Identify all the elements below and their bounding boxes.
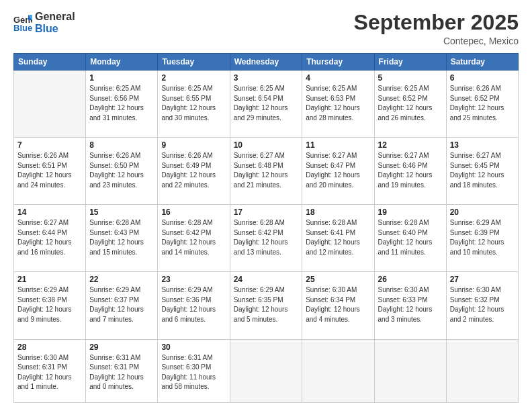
location-subtitle: Contepec, Mexico [354,36,519,46]
day-info: Sunrise: 6:25 AM Sunset: 6:53 PM Dayligh… [306,84,370,123]
day-info: Sunrise: 6:25 AM Sunset: 6:52 PM Dayligh… [378,84,443,123]
calendar-cell [374,339,446,402]
calendar-cell: 20Sunrise: 6:29 AM Sunset: 6:39 PM Dayli… [446,205,518,272]
week-row-1: 1Sunrise: 6:25 AM Sunset: 6:56 PM Daylig… [14,71,519,138]
day-number: 9 [161,140,226,150]
calendar-cell: 3Sunrise: 6:25 AM Sunset: 6:54 PM Daylig… [230,71,302,138]
day-number: 1 [89,73,154,83]
calendar-cell: 5Sunrise: 6:25 AM Sunset: 6:52 PM Daylig… [374,71,446,138]
day-number: 11 [306,140,370,150]
weekday-header-thursday: Thursday [302,54,374,71]
day-number: 19 [378,208,443,217]
day-number: 23 [161,275,226,284]
day-number: 8 [89,140,154,150]
day-number: 12 [378,140,443,150]
day-info: Sunrise: 6:30 AM Sunset: 6:31 PM Dayligh… [17,353,82,392]
weekday-header-row: SundayMondayTuesdayWednesdayThursdayFrid… [14,54,519,71]
logo-general-text: General [35,11,75,23]
weekday-header-friday: Friday [374,54,446,71]
day-info: Sunrise: 6:25 AM Sunset: 6:55 PM Dayligh… [161,84,226,123]
week-row-5: 28Sunrise: 6:30 AM Sunset: 6:31 PM Dayli… [14,339,519,402]
calendar-cell: 21Sunrise: 6:29 AM Sunset: 6:38 PM Dayli… [14,272,86,339]
calendar-cell: 18Sunrise: 6:28 AM Sunset: 6:41 PM Dayli… [302,205,374,272]
day-number: 14 [17,208,82,217]
calendar-cell [230,339,302,402]
calendar-cell: 22Sunrise: 6:29 AM Sunset: 6:37 PM Dayli… [86,272,158,339]
day-info: Sunrise: 6:29 AM Sunset: 6:37 PM Dayligh… [89,285,154,324]
logo-icon: General Blue [13,13,32,32]
day-info: Sunrise: 6:28 AM Sunset: 6:42 PM Dayligh… [161,218,226,257]
calendar-cell [302,339,374,402]
day-info: Sunrise: 6:30 AM Sunset: 6:32 PM Dayligh… [450,285,515,324]
day-number: 28 [17,342,82,352]
day-number: 2 [161,73,226,83]
calendar-cell [14,71,86,138]
weekday-header-saturday: Saturday [446,54,518,71]
day-info: Sunrise: 6:27 AM Sunset: 6:48 PM Dayligh… [234,151,299,190]
logo: General Blue General Blue [13,11,75,34]
day-number: 21 [17,275,82,284]
calendar-cell: 2Sunrise: 6:25 AM Sunset: 6:55 PM Daylig… [158,71,230,138]
calendar-cell: 29Sunrise: 6:31 AM Sunset: 6:31 PM Dayli… [86,339,158,402]
calendar-cell: 13Sunrise: 6:27 AM Sunset: 6:45 PM Dayli… [446,138,518,205]
day-info: Sunrise: 6:27 AM Sunset: 6:46 PM Dayligh… [378,151,443,190]
calendar-cell: 28Sunrise: 6:30 AM Sunset: 6:31 PM Dayli… [14,339,86,402]
day-number: 13 [450,140,515,150]
calendar-cell: 10Sunrise: 6:27 AM Sunset: 6:48 PM Dayli… [230,138,302,205]
title-block: September 2025 Contepec, Mexico [354,11,519,46]
calendar-cell: 19Sunrise: 6:28 AM Sunset: 6:40 PM Dayli… [374,205,446,272]
day-info: Sunrise: 6:29 AM Sunset: 6:35 PM Dayligh… [234,285,299,324]
calendar-cell: 24Sunrise: 6:29 AM Sunset: 6:35 PM Dayli… [230,272,302,339]
calendar-cell: 26Sunrise: 6:30 AM Sunset: 6:33 PM Dayli… [374,272,446,339]
day-info: Sunrise: 6:28 AM Sunset: 6:41 PM Dayligh… [306,218,370,257]
day-number: 6 [450,73,515,83]
day-info: Sunrise: 6:31 AM Sunset: 6:30 PM Dayligh… [161,353,226,392]
day-number: 27 [450,275,515,284]
day-info: Sunrise: 6:28 AM Sunset: 6:43 PM Dayligh… [89,218,154,257]
day-info: Sunrise: 6:30 AM Sunset: 6:34 PM Dayligh… [306,285,370,324]
calendar-cell: 1Sunrise: 6:25 AM Sunset: 6:56 PM Daylig… [86,71,158,138]
day-info: Sunrise: 6:26 AM Sunset: 6:50 PM Dayligh… [89,151,154,190]
day-info: Sunrise: 6:25 AM Sunset: 6:56 PM Dayligh… [89,84,154,123]
calendar-cell: 17Sunrise: 6:28 AM Sunset: 6:42 PM Dayli… [230,205,302,272]
day-info: Sunrise: 6:27 AM Sunset: 6:45 PM Dayligh… [450,151,515,190]
calendar-cell: 30Sunrise: 6:31 AM Sunset: 6:30 PM Dayli… [158,339,230,402]
week-row-3: 14Sunrise: 6:27 AM Sunset: 6:44 PM Dayli… [14,205,519,272]
page: General Blue General Blue September 2025… [0,0,532,411]
calendar-cell: 9Sunrise: 6:26 AM Sunset: 6:49 PM Daylig… [158,138,230,205]
calendar-cell: 12Sunrise: 6:27 AM Sunset: 6:46 PM Dayli… [374,138,446,205]
day-number: 4 [306,73,370,83]
calendar-cell: 6Sunrise: 6:26 AM Sunset: 6:52 PM Daylig… [446,71,518,138]
calendar-cell: 15Sunrise: 6:28 AM Sunset: 6:43 PM Dayli… [86,205,158,272]
weekday-header-tuesday: Tuesday [158,54,230,71]
calendar-cell: 4Sunrise: 6:25 AM Sunset: 6:53 PM Daylig… [302,71,374,138]
calendar-cell: 7Sunrise: 6:26 AM Sunset: 6:51 PM Daylig… [14,138,86,205]
day-number: 16 [161,208,226,217]
day-number: 22 [89,275,154,284]
calendar-cell [446,339,518,402]
day-info: Sunrise: 6:30 AM Sunset: 6:33 PM Dayligh… [378,285,443,324]
day-number: 30 [161,342,226,352]
day-info: Sunrise: 6:26 AM Sunset: 6:49 PM Dayligh… [161,151,226,190]
calendar-cell: 16Sunrise: 6:28 AM Sunset: 6:42 PM Dayli… [158,205,230,272]
calendar-table: SundayMondayTuesdayWednesdayThursdayFrid… [13,53,519,403]
calendar-cell: 23Sunrise: 6:29 AM Sunset: 6:36 PM Dayli… [158,272,230,339]
weekday-header-wednesday: Wednesday [230,54,302,71]
day-number: 15 [89,208,154,217]
weekday-header-sunday: Sunday [14,54,86,71]
day-number: 26 [378,275,443,284]
header: General Blue General Blue September 2025… [13,11,519,46]
weekday-header-monday: Monday [86,54,158,71]
month-title: September 2025 [354,11,519,34]
day-info: Sunrise: 6:28 AM Sunset: 6:42 PM Dayligh… [234,218,299,257]
day-info: Sunrise: 6:26 AM Sunset: 6:51 PM Dayligh… [17,151,82,190]
day-info: Sunrise: 6:29 AM Sunset: 6:38 PM Dayligh… [17,285,82,324]
svg-text:Blue: Blue [13,23,32,32]
day-number: 10 [234,140,299,150]
day-number: 29 [89,342,154,352]
calendar-cell: 27Sunrise: 6:30 AM Sunset: 6:32 PM Dayli… [446,272,518,339]
calendar-cell: 8Sunrise: 6:26 AM Sunset: 6:50 PM Daylig… [86,138,158,205]
calendar-cell: 11Sunrise: 6:27 AM Sunset: 6:47 PM Dayli… [302,138,374,205]
day-info: Sunrise: 6:28 AM Sunset: 6:40 PM Dayligh… [378,218,443,257]
calendar-cell: 14Sunrise: 6:27 AM Sunset: 6:44 PM Dayli… [14,205,86,272]
